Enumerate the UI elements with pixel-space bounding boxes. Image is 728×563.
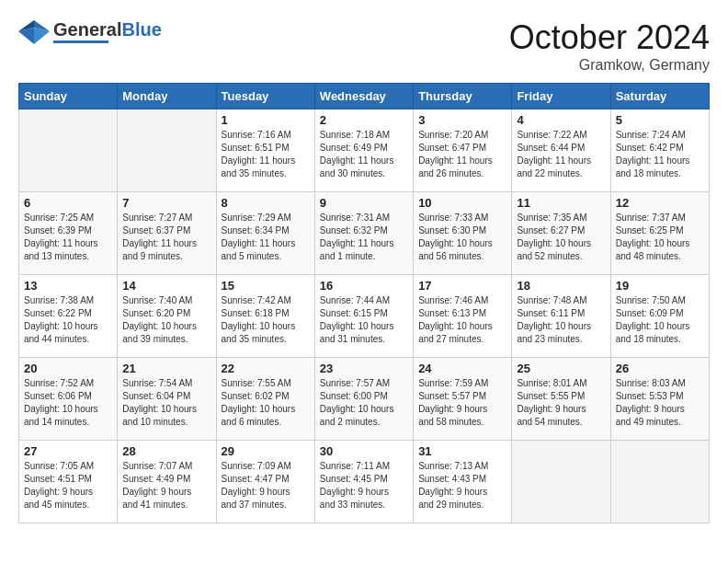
day-number: 31 bbox=[418, 444, 506, 458]
logo: GeneralBlue bbox=[18, 18, 162, 44]
day-info: Sunrise: 7:55 AM Sunset: 6:02 PM Dayligh… bbox=[222, 377, 310, 429]
table-row: 17Sunrise: 7:46 AM Sunset: 6:13 PM Dayli… bbox=[414, 275, 512, 358]
day-number: 4 bbox=[517, 113, 605, 127]
table-row: 24Sunrise: 7:59 AM Sunset: 5:57 PM Dayli… bbox=[414, 358, 512, 441]
table-row: 3Sunrise: 7:20 AM Sunset: 6:47 PM Daylig… bbox=[414, 109, 512, 192]
day-number: 21 bbox=[122, 362, 210, 375]
day-info: Sunrise: 7:48 AM Sunset: 6:11 PM Dayligh… bbox=[517, 294, 605, 346]
table-row: 5Sunrise: 7:24 AM Sunset: 6:42 PM Daylig… bbox=[610, 109, 709, 192]
table-row: 2Sunrise: 7:18 AM Sunset: 6:49 PM Daylig… bbox=[314, 109, 413, 192]
table-row: 21Sunrise: 7:54 AM Sunset: 6:04 PM Dayli… bbox=[118, 358, 216, 441]
day-number: 18 bbox=[517, 279, 605, 293]
table-row: 12Sunrise: 7:37 AM Sunset: 6:25 PM Dayli… bbox=[610, 192, 709, 275]
table-row: 8Sunrise: 7:29 AM Sunset: 6:34 PM Daylig… bbox=[216, 192, 314, 275]
day-info: Sunrise: 7:16 AM Sunset: 6:51 PM Dayligh… bbox=[222, 129, 310, 180]
day-number: 5 bbox=[616, 113, 704, 127]
table-row bbox=[19, 109, 118, 192]
table-row: 1Sunrise: 7:16 AM Sunset: 6:51 PM Daylig… bbox=[216, 109, 314, 192]
day-number: 13 bbox=[24, 279, 112, 293]
table-row: 6Sunrise: 7:25 AM Sunset: 6:39 PM Daylig… bbox=[19, 192, 118, 275]
table-row: 9Sunrise: 7:31 AM Sunset: 6:32 PM Daylig… bbox=[314, 192, 413, 275]
calendar-week-row: 13Sunrise: 7:38 AM Sunset: 6:22 PM Dayli… bbox=[19, 275, 710, 358]
day-number: 10 bbox=[418, 196, 506, 210]
day-number: 7 bbox=[122, 196, 210, 210]
table-row: 10Sunrise: 7:33 AM Sunset: 6:30 PM Dayli… bbox=[414, 192, 512, 275]
day-info: Sunrise: 7:57 AM Sunset: 6:00 PM Dayligh… bbox=[320, 377, 408, 429]
day-info: Sunrise: 7:33 AM Sunset: 6:30 PM Dayligh… bbox=[418, 212, 506, 263]
header-thursday: Thursday bbox=[414, 84, 512, 109]
table-row: 18Sunrise: 7:48 AM Sunset: 6:11 PM Dayli… bbox=[512, 275, 610, 358]
day-info: Sunrise: 7:52 AM Sunset: 6:06 PM Dayligh… bbox=[24, 377, 112, 429]
day-number: 30 bbox=[320, 444, 408, 458]
day-info: Sunrise: 7:50 AM Sunset: 6:09 PM Dayligh… bbox=[616, 294, 704, 346]
calendar-table: Sunday Monday Tuesday Wednesday Thursday… bbox=[18, 83, 710, 523]
calendar-week-row: 27Sunrise: 7:05 AM Sunset: 4:51 PM Dayli… bbox=[19, 441, 710, 523]
month-title: October 2024 bbox=[509, 18, 710, 57]
day-number: 19 bbox=[616, 279, 704, 293]
day-number: 1 bbox=[222, 113, 310, 127]
table-row: 27Sunrise: 7:05 AM Sunset: 4:51 PM Dayli… bbox=[19, 441, 118, 523]
table-row: 4Sunrise: 7:22 AM Sunset: 6:44 PM Daylig… bbox=[512, 109, 610, 192]
day-number: 8 bbox=[222, 196, 310, 210]
header-tuesday: Tuesday bbox=[216, 84, 314, 109]
day-number: 17 bbox=[418, 279, 506, 293]
day-info: Sunrise: 7:13 AM Sunset: 4:43 PM Dayligh… bbox=[418, 460, 506, 511]
day-info: Sunrise: 7:40 AM Sunset: 6:20 PM Dayligh… bbox=[122, 294, 210, 346]
calendar-week-row: 6Sunrise: 7:25 AM Sunset: 6:39 PM Daylig… bbox=[19, 192, 710, 275]
logo-general: General bbox=[53, 19, 121, 40]
day-info: Sunrise: 8:03 AM Sunset: 5:53 PM Dayligh… bbox=[616, 377, 704, 429]
day-info: Sunrise: 7:44 AM Sunset: 6:15 PM Dayligh… bbox=[320, 294, 408, 346]
calendar-header: Sunday Monday Tuesday Wednesday Thursday… bbox=[19, 84, 710, 109]
day-info: Sunrise: 7:25 AM Sunset: 6:39 PM Dayligh… bbox=[24, 212, 112, 263]
table-row: 29Sunrise: 7:09 AM Sunset: 4:47 PM Dayli… bbox=[216, 441, 314, 523]
day-number: 16 bbox=[320, 279, 408, 293]
table-row bbox=[118, 109, 216, 192]
calendar-week-row: 20Sunrise: 7:52 AM Sunset: 6:06 PM Dayli… bbox=[19, 358, 710, 441]
day-number: 15 bbox=[222, 279, 310, 293]
table-row: 15Sunrise: 7:42 AM Sunset: 6:18 PM Dayli… bbox=[216, 275, 314, 358]
weekday-header-row: Sunday Monday Tuesday Wednesday Thursday… bbox=[19, 84, 710, 109]
table-row: 30Sunrise: 7:11 AM Sunset: 4:45 PM Dayli… bbox=[314, 441, 413, 523]
day-number: 22 bbox=[222, 362, 310, 375]
table-row bbox=[512, 441, 610, 523]
day-info: Sunrise: 7:59 AM Sunset: 5:57 PM Dayligh… bbox=[418, 377, 506, 429]
day-info: Sunrise: 7:42 AM Sunset: 6:18 PM Dayligh… bbox=[222, 294, 310, 346]
day-number: 23 bbox=[320, 362, 408, 375]
table-row: 19Sunrise: 7:50 AM Sunset: 6:09 PM Dayli… bbox=[610, 275, 709, 358]
table-row: 25Sunrise: 8:01 AM Sunset: 5:55 PM Dayli… bbox=[512, 358, 610, 441]
day-number: 20 bbox=[24, 362, 112, 375]
day-number: 11 bbox=[517, 196, 605, 210]
calendar-body: 1Sunrise: 7:16 AM Sunset: 6:51 PM Daylig… bbox=[19, 109, 710, 523]
day-info: Sunrise: 7:20 AM Sunset: 6:47 PM Dayligh… bbox=[418, 129, 506, 180]
title-block: October 2024 Gramkow, Germany bbox=[509, 18, 710, 74]
logo-blue: Blue bbox=[121, 19, 161, 40]
day-number: 26 bbox=[616, 362, 704, 375]
page-header: GeneralBlue October 2024 Gramkow, German… bbox=[18, 18, 710, 74]
day-info: Sunrise: 7:07 AM Sunset: 4:49 PM Dayligh… bbox=[122, 460, 210, 511]
day-info: Sunrise: 8:01 AM Sunset: 5:55 PM Dayligh… bbox=[517, 377, 605, 429]
day-info: Sunrise: 7:38 AM Sunset: 6:22 PM Dayligh… bbox=[24, 294, 112, 346]
day-info: Sunrise: 7:31 AM Sunset: 6:32 PM Dayligh… bbox=[320, 212, 408, 263]
day-info: Sunrise: 7:24 AM Sunset: 6:42 PM Dayligh… bbox=[616, 129, 704, 180]
day-info: Sunrise: 7:29 AM Sunset: 6:34 PM Dayligh… bbox=[222, 212, 310, 263]
day-number: 9 bbox=[320, 196, 408, 210]
table-row: 23Sunrise: 7:57 AM Sunset: 6:00 PM Dayli… bbox=[314, 358, 413, 441]
table-row: 22Sunrise: 7:55 AM Sunset: 6:02 PM Dayli… bbox=[216, 358, 314, 441]
day-info: Sunrise: 7:18 AM Sunset: 6:49 PM Dayligh… bbox=[320, 129, 408, 180]
table-row bbox=[610, 441, 709, 523]
day-number: 3 bbox=[418, 113, 506, 127]
table-row: 11Sunrise: 7:35 AM Sunset: 6:27 PM Dayli… bbox=[512, 192, 610, 275]
day-info: Sunrise: 7:27 AM Sunset: 6:37 PM Dayligh… bbox=[122, 212, 210, 263]
logo-bird-icon bbox=[18, 18, 50, 44]
day-number: 27 bbox=[24, 444, 112, 458]
day-number: 2 bbox=[320, 113, 408, 127]
day-number: 29 bbox=[222, 444, 310, 458]
header-sunday: Sunday bbox=[19, 84, 118, 109]
table-row: 20Sunrise: 7:52 AM Sunset: 6:06 PM Dayli… bbox=[19, 358, 118, 441]
day-info: Sunrise: 7:54 AM Sunset: 6:04 PM Dayligh… bbox=[122, 377, 210, 429]
header-wednesday: Wednesday bbox=[314, 84, 413, 109]
subtitle: Gramkow, Germany bbox=[509, 57, 710, 74]
day-number: 12 bbox=[616, 196, 704, 210]
day-number: 25 bbox=[517, 362, 605, 375]
day-info: Sunrise: 7:22 AM Sunset: 6:44 PM Dayligh… bbox=[517, 129, 605, 180]
